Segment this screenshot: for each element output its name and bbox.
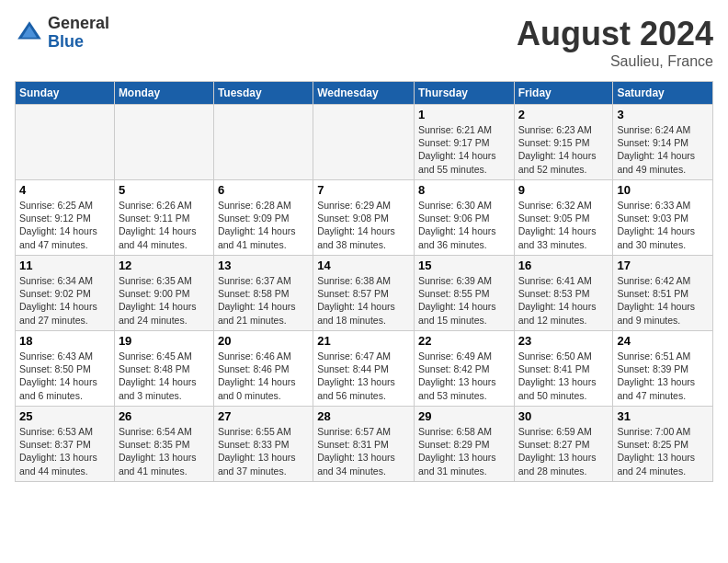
days-header-row: SundayMondayTuesdayWednesdayThursdayFrid… — [16, 82, 713, 105]
day-header-saturday: Saturday — [613, 82, 713, 105]
calendar-cell: 25Sunrise: 6:53 AM Sunset: 8:37 PM Dayli… — [16, 407, 115, 482]
day-info: Sunrise: 6:43 AM Sunset: 8:50 PM Dayligh… — [19, 350, 110, 402]
calendar-cell: 16Sunrise: 6:41 AM Sunset: 8:53 PM Dayli… — [514, 256, 613, 331]
day-info: Sunrise: 6:35 AM Sunset: 9:00 PM Dayligh… — [119, 274, 210, 327]
day-info: Sunrise: 6:54 AM Sunset: 8:35 PM Dayligh… — [119, 425, 210, 477]
day-number: 29 — [418, 409, 510, 423]
page-header: General Blue August 2024 Saulieu, France — [15, 15, 713, 70]
day-info: Sunrise: 6:33 AM Sunset: 9:03 PM Dayligh… — [617, 199, 709, 251]
calendar-cell: 20Sunrise: 6:46 AM Sunset: 8:46 PM Dayli… — [213, 331, 313, 407]
day-number: 24 — [617, 334, 709, 348]
day-info: Sunrise: 6:30 AM Sunset: 9:06 PM Dayligh… — [418, 199, 510, 251]
day-number: 26 — [119, 409, 210, 423]
calendar-cell: 15Sunrise: 6:39 AM Sunset: 8:55 PM Dayli… — [414, 256, 514, 331]
week-row-2: 4Sunrise: 6:25 AM Sunset: 9:12 PM Daylig… — [16, 180, 713, 256]
calendar-cell: 18Sunrise: 6:43 AM Sunset: 8:50 PM Dayli… — [16, 331, 115, 407]
day-header-friday: Friday — [514, 82, 613, 105]
calendar-cell: 10Sunrise: 6:33 AM Sunset: 9:03 PM Dayli… — [613, 180, 713, 256]
calendar-cell — [114, 105, 213, 180]
day-number: 11 — [19, 259, 110, 272]
day-number: 6 — [218, 183, 309, 197]
day-info: Sunrise: 6:38 AM Sunset: 8:57 PM Dayligh… — [317, 274, 410, 327]
day-info: Sunrise: 6:45 AM Sunset: 8:48 PM Dayligh… — [119, 350, 210, 402]
day-number: 17 — [617, 259, 709, 272]
day-number: 14 — [317, 259, 410, 272]
calendar-cell — [16, 105, 115, 180]
day-number: 20 — [218, 334, 309, 348]
calendar-cell: 19Sunrise: 6:45 AM Sunset: 8:48 PM Dayli… — [114, 331, 213, 407]
day-info: Sunrise: 6:49 AM Sunset: 8:42 PM Dayligh… — [418, 350, 510, 402]
day-info: Sunrise: 7:00 AM Sunset: 8:25 PM Dayligh… — [617, 425, 709, 477]
day-info: Sunrise: 6:53 AM Sunset: 8:37 PM Dayligh… — [19, 425, 110, 477]
calendar-cell: 4Sunrise: 6:25 AM Sunset: 9:12 PM Daylig… — [16, 180, 115, 256]
day-number: 13 — [218, 259, 309, 272]
calendar-cell: 7Sunrise: 6:29 AM Sunset: 9:08 PM Daylig… — [313, 180, 415, 256]
day-number: 22 — [418, 334, 510, 348]
calendar-cell: 6Sunrise: 6:28 AM Sunset: 9:09 PM Daylig… — [213, 180, 313, 256]
day-info: Sunrise: 6:29 AM Sunset: 9:08 PM Dayligh… — [317, 199, 410, 251]
day-info: Sunrise: 6:25 AM Sunset: 9:12 PM Dayligh… — [19, 199, 110, 251]
day-number: 4 — [19, 183, 110, 197]
week-row-3: 11Sunrise: 6:34 AM Sunset: 9:02 PM Dayli… — [16, 256, 713, 331]
calendar-cell: 24Sunrise: 6:51 AM Sunset: 8:39 PM Dayli… — [613, 331, 713, 407]
day-info: Sunrise: 6:55 AM Sunset: 8:33 PM Dayligh… — [218, 425, 309, 477]
day-number: 19 — [119, 334, 210, 348]
calendar-table: SundayMondayTuesdayWednesdayThursdayFrid… — [15, 81, 713, 482]
day-number: 2 — [518, 108, 609, 121]
day-info: Sunrise: 6:59 AM Sunset: 8:27 PM Dayligh… — [518, 425, 609, 477]
calendar-cell: 11Sunrise: 6:34 AM Sunset: 9:02 PM Dayli… — [16, 256, 115, 331]
day-info: Sunrise: 6:57 AM Sunset: 8:31 PM Dayligh… — [317, 425, 410, 477]
day-number: 23 — [518, 334, 609, 348]
day-info: Sunrise: 6:39 AM Sunset: 8:55 PM Dayligh… — [418, 274, 510, 327]
calendar-cell: 22Sunrise: 6:49 AM Sunset: 8:42 PM Dayli… — [414, 331, 514, 407]
logo-blue-text: Blue — [48, 33, 109, 52]
day-info: Sunrise: 6:37 AM Sunset: 8:58 PM Dayligh… — [218, 274, 309, 327]
calendar-cell: 29Sunrise: 6:58 AM Sunset: 8:29 PM Dayli… — [414, 407, 514, 482]
day-info: Sunrise: 6:58 AM Sunset: 8:29 PM Dayligh… — [418, 425, 510, 477]
day-info: Sunrise: 6:42 AM Sunset: 8:51 PM Dayligh… — [617, 274, 709, 327]
day-header-tuesday: Tuesday — [213, 82, 313, 105]
calendar-cell: 12Sunrise: 6:35 AM Sunset: 9:00 PM Dayli… — [114, 256, 213, 331]
day-info: Sunrise: 6:21 AM Sunset: 9:17 PM Dayligh… — [418, 123, 510, 176]
day-info: Sunrise: 6:24 AM Sunset: 9:14 PM Dayligh… — [617, 123, 709, 176]
calendar-cell: 31Sunrise: 7:00 AM Sunset: 8:25 PM Dayli… — [613, 407, 713, 482]
calendar-cell: 17Sunrise: 6:42 AM Sunset: 8:51 PM Dayli… — [613, 256, 713, 331]
logo-text: General Blue — [48, 15, 109, 52]
day-info: Sunrise: 6:23 AM Sunset: 9:15 PM Dayligh… — [518, 123, 609, 176]
calendar-cell: 13Sunrise: 6:37 AM Sunset: 8:58 PM Dayli… — [213, 256, 313, 331]
logo-general-text: General — [48, 15, 109, 33]
day-header-thursday: Thursday — [414, 82, 514, 105]
day-info: Sunrise: 6:28 AM Sunset: 9:09 PM Dayligh… — [218, 199, 309, 251]
day-info: Sunrise: 6:51 AM Sunset: 8:39 PM Dayligh… — [617, 350, 709, 402]
day-number: 1 — [418, 108, 510, 121]
calendar-cell: 28Sunrise: 6:57 AM Sunset: 8:31 PM Dayli… — [313, 407, 415, 482]
day-number: 9 — [518, 183, 609, 197]
day-info: Sunrise: 6:34 AM Sunset: 9:02 PM Dayligh… — [19, 274, 110, 327]
day-info: Sunrise: 6:47 AM Sunset: 8:44 PM Dayligh… — [317, 350, 410, 402]
month-year-title: August 2024 — [517, 15, 713, 53]
calendar-cell: 14Sunrise: 6:38 AM Sunset: 8:57 PM Dayli… — [313, 256, 415, 331]
day-number: 25 — [19, 409, 110, 423]
day-number: 3 — [617, 108, 709, 121]
calendar-cell: 3Sunrise: 6:24 AM Sunset: 9:14 PM Daylig… — [613, 105, 713, 180]
day-info: Sunrise: 6:50 AM Sunset: 8:41 PM Dayligh… — [518, 350, 609, 402]
day-number: 21 — [317, 334, 410, 348]
calendar-cell: 27Sunrise: 6:55 AM Sunset: 8:33 PM Dayli… — [213, 407, 313, 482]
calendar-cell — [213, 105, 313, 180]
day-number: 16 — [518, 259, 609, 272]
day-number: 8 — [418, 183, 510, 197]
logo: General Blue — [15, 15, 109, 52]
week-row-1: 1Sunrise: 6:21 AM Sunset: 9:17 PM Daylig… — [16, 105, 713, 180]
day-info: Sunrise: 6:46 AM Sunset: 8:46 PM Dayligh… — [218, 350, 309, 402]
location-subtitle: Saulieu, France — [517, 53, 713, 70]
calendar-cell: 8Sunrise: 6:30 AM Sunset: 9:06 PM Daylig… — [414, 180, 514, 256]
calendar-cell: 30Sunrise: 6:59 AM Sunset: 8:27 PM Dayli… — [514, 407, 613, 482]
day-number: 5 — [119, 183, 210, 197]
calendar-cell: 23Sunrise: 6:50 AM Sunset: 8:41 PM Dayli… — [514, 331, 613, 407]
day-number: 27 — [218, 409, 309, 423]
day-info: Sunrise: 6:32 AM Sunset: 9:05 PM Dayligh… — [518, 199, 609, 251]
day-info: Sunrise: 6:26 AM Sunset: 9:11 PM Dayligh… — [119, 199, 210, 251]
day-number: 31 — [617, 409, 709, 423]
calendar-cell: 2Sunrise: 6:23 AM Sunset: 9:15 PM Daylig… — [514, 105, 613, 180]
day-number: 18 — [19, 334, 110, 348]
